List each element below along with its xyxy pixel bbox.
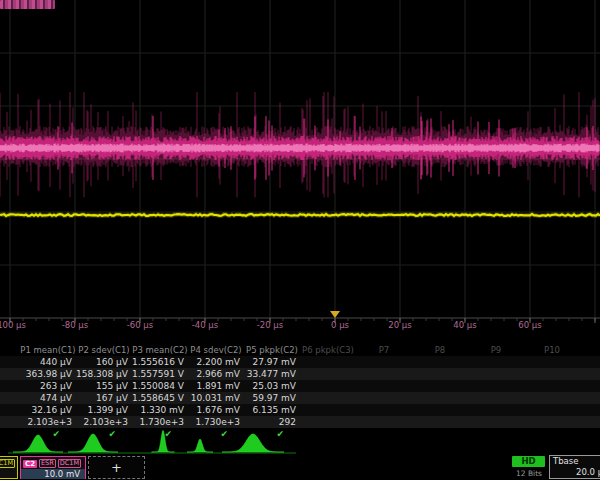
measure-row-max: 474 µV 167 µV 1.558645 V 10.031 mV 59.97… <box>0 392 600 404</box>
c2-vertical-scale: 10.0 mV <box>21 469 85 479</box>
measure-header-p7[interactable]: P7 <box>356 344 412 356</box>
measure-row-sdev: 32.16 µV 1.399 µV 1.330 mV 1.676 mV 6.13… <box>0 404 600 416</box>
add-trace-button[interactable]: + <box>88 456 145 479</box>
value-cell: 27.97 mV <box>244 356 300 368</box>
resolution-bits-label: 12 Bits <box>511 469 547 478</box>
mean-cell: 2.966 mV <box>188 368 244 380</box>
value-cell: 2.200 mV <box>188 356 244 368</box>
mean-cell: 363.98 µV <box>20 368 76 380</box>
axis-tick: -40 µs <box>192 320 218 330</box>
trigger-position-marker[interactable] <box>330 311 340 318</box>
min-cell: 263 µV <box>20 380 76 392</box>
measure-row-min: 263 µV 155 µV 1.550084 V 1.891 mV 25.03 … <box>0 380 600 392</box>
status-check-icon: ✔ <box>132 428 188 440</box>
num-cell: 1.730e+3 <box>132 416 188 428</box>
mean-cell: 158.308 µV <box>76 368 132 380</box>
c1-coupling-badge: DC1M <box>0 459 15 468</box>
axis-tick: 20 µs <box>388 320 411 330</box>
axis-tick: 60 µs <box>518 320 541 330</box>
axis-tick: 0 µs <box>331 320 349 330</box>
axis-tick: -100 µs <box>0 320 26 330</box>
measurement-table: P1 mean(C1) P2 sdev(C1) P3 mean(C2) P4 s… <box>0 344 600 440</box>
measure-header-p10[interactable]: P10 <box>524 344 580 356</box>
channel-c2-descriptor[interactable]: C2 ESR DC1M 10.0 mV <box>20 456 86 479</box>
sdev-cell: 1.399 µV <box>76 404 132 416</box>
max-cell: 167 µV <box>76 392 132 404</box>
status-check-icon: ✔ <box>188 428 244 440</box>
oscilloscope-screen: -100 µs -80 µs -60 µs -40 µs -20 µs 0 µs… <box>0 0 600 480</box>
axis-tick: 40 µs <box>453 320 476 330</box>
min-cell: 1.891 mV <box>188 380 244 392</box>
min-cell: 1.550084 V <box>132 380 188 392</box>
measure-row-mean: 363.98 µV 158.308 µV 1.557591 V 2.966 mV… <box>0 368 600 380</box>
measure-header-p8[interactable]: P8 <box>412 344 468 356</box>
c2-label: C2 <box>23 460 37 468</box>
num-cell: 1.730e+3 <box>188 416 244 428</box>
min-cell: 25.03 mV <box>244 380 300 392</box>
timebase-value: 20.0 µs/div <box>550 467 600 478</box>
measure-header-row: P1 mean(C1) P2 sdev(C1) P3 mean(C2) P4 s… <box>0 344 600 356</box>
status-check-icon: ✔ <box>76 428 132 440</box>
timebase-label: Tbase <box>550 456 600 467</box>
min-cell: 155 µV <box>76 380 132 392</box>
c2-coupling-badge: DC1M <box>58 459 81 468</box>
c2-esr-badge: ESR <box>39 459 56 468</box>
value-cell: 1.555616 V <box>132 356 188 368</box>
value-cell: 160 µV <box>76 356 132 368</box>
sdev-cell: 1.330 mV <box>132 404 188 416</box>
plus-icon: + <box>111 460 122 475</box>
timebase-descriptor[interactable]: Tbase 20.0 µs/div <box>549 455 600 479</box>
max-cell: 59.97 mV <box>244 392 300 404</box>
measure-header-p3[interactable]: P3 mean(C2) <box>132 344 188 356</box>
sdev-cell: 1.676 mV <box>188 404 244 416</box>
status-check-icon: ✔ <box>244 428 300 440</box>
measure-row-num: 2.103e+3 2.103e+3 1.730e+3 1.730e+3 292 <box>0 416 600 428</box>
status-check-icon: ✔ <box>20 428 76 440</box>
max-cell: 474 µV <box>20 392 76 404</box>
measure-row-status: ✔ ✔ ✔ ✔ ✔ <box>0 428 600 440</box>
measure-header-p9[interactable]: P9 <box>468 344 524 356</box>
c1-vertical-scale: 10.0 mV <box>0 469 17 479</box>
sdev-cell: 32.16 µV <box>20 404 76 416</box>
value-cell: 440 µV <box>20 356 76 368</box>
measure-header-p5[interactable]: P5 pkpk(C2) <box>244 344 300 356</box>
hd-mode-badge[interactable]: HD <box>512 456 545 467</box>
sdev-cell: 6.135 mV <box>244 404 300 416</box>
trace-label-badge <box>0 0 55 9</box>
max-cell: 1.558645 V <box>132 392 188 404</box>
mean-cell: 1.557591 V <box>132 368 188 380</box>
axis-tick: -20 µs <box>257 320 283 330</box>
axis-tick: -80 µs <box>62 320 88 330</box>
measure-header-p2[interactable]: P2 sdev(C1) <box>76 344 132 356</box>
measure-row-value: 440 µV 160 µV 1.555616 V 2.200 mV 27.97 … <box>0 356 600 368</box>
measure-header-p11[interactable]: P11 <box>580 344 600 356</box>
mean-cell: 33.477 mV <box>244 368 300 380</box>
measure-header-p4[interactable]: P4 sdev(C2) <box>188 344 244 356</box>
measure-header-p6[interactable]: P6 pkpk(C3) <box>300 344 356 356</box>
num-cell: 2.103e+3 <box>76 416 132 428</box>
num-cell: 292 <box>244 416 300 428</box>
axis-tick: -60 µs <box>127 320 153 330</box>
num-cell: 2.103e+3 <box>20 416 76 428</box>
channel-c1-descriptor[interactable]: C1 DC1M 10.0 mV <box>0 456 18 479</box>
max-cell: 10.031 mV <box>188 392 244 404</box>
measure-header-p1[interactable]: P1 mean(C1) <box>20 344 76 356</box>
